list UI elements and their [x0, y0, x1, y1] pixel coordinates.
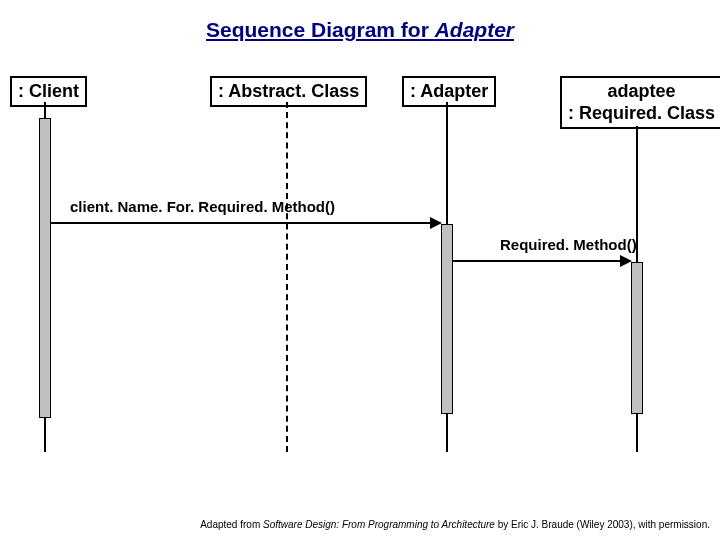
participant-abstract-label: : Abstract. Class: [218, 81, 359, 101]
message2-label: Required. Method(): [500, 236, 637, 253]
title-italic: Adapter: [435, 18, 514, 41]
participant-adaptee-label1: adaptee: [608, 81, 676, 101]
footer-book: Software Design: From Programming to Arc…: [263, 519, 495, 530]
activation-adapter: [441, 224, 453, 414]
participant-adapter-label: : Adapter: [410, 81, 488, 101]
footer-prefix: Adapted from: [200, 519, 263, 530]
footer-credit: Adapted from Software Design: From Progr…: [200, 519, 710, 530]
lifeline-abstract: [286, 102, 288, 452]
participant-client: : Client: [10, 76, 87, 107]
message1-arrow: [430, 217, 442, 229]
participant-adaptee: adaptee : Required. Class: [560, 76, 720, 129]
footer-suffix: by Eric J. Braude (Wiley 2003), with per…: [495, 519, 710, 530]
message1-label: client. Name. For. Required. Method(): [70, 198, 335, 215]
diagram-title: Sequence Diagram for Adapter: [0, 18, 720, 42]
activation-adaptee: [631, 262, 643, 414]
message2-line: [453, 260, 629, 262]
participant-client-label: : Client: [18, 81, 79, 101]
participant-adaptee-label2: : Required. Class: [568, 103, 715, 123]
title-text: Sequence Diagram for: [206, 18, 435, 41]
participant-adapter: : Adapter: [402, 76, 496, 107]
message2-arrow: [620, 255, 632, 267]
message1-line: [51, 222, 439, 224]
participant-abstract: : Abstract. Class: [210, 76, 367, 107]
activation-client: [39, 118, 51, 418]
